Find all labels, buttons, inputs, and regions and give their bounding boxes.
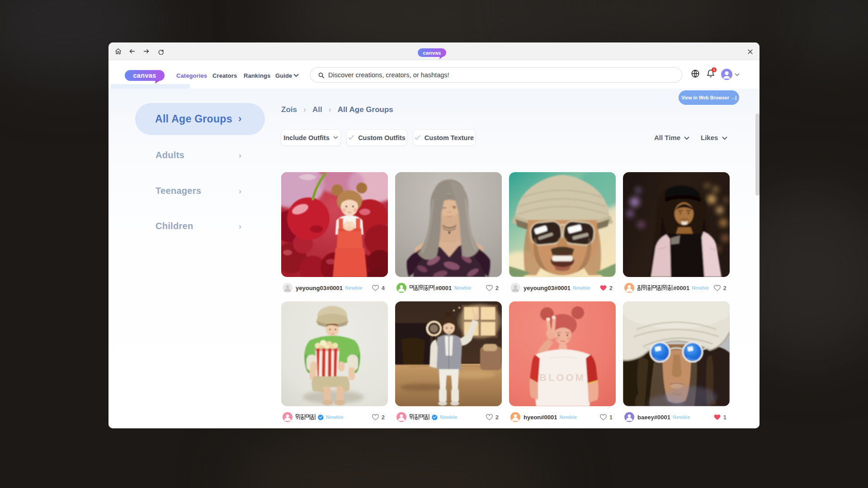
svg-text:canvas: canvas bbox=[133, 72, 156, 79]
svg-text:BLOOM: BLOOM bbox=[539, 372, 585, 383]
svg-text:canvas: canvas bbox=[423, 50, 441, 56]
